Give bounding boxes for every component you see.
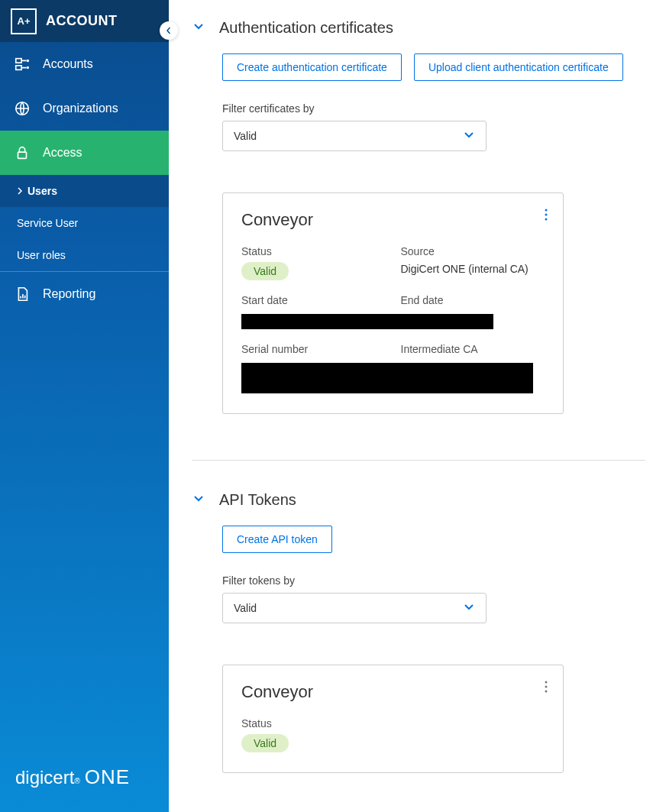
filter-tokens-select[interactable]: Valid [222,593,487,623]
auth-cert-card: Conveyor Status Valid Source DigiCert ON… [222,192,564,414]
svg-point-9 [545,681,548,684]
branding-one: ONE [85,765,130,789]
sidebar-item-organizations[interactable]: Organizations [0,86,169,131]
report-icon [14,286,31,302]
serial-cell: Serial number [241,343,386,360]
sidebar: A+ ACCOUNT Accounts Organizations Access… [0,0,169,812]
svg-rect-5 [18,152,27,158]
main-content: Authentication certificates Create authe… [169,0,653,812]
sidebar-item-label: Access [43,146,82,160]
end-date-label: End date [401,294,545,306]
create-api-token-button[interactable]: Create API token [222,526,332,553]
section-separator [192,460,645,461]
svg-point-3 [27,67,28,69]
api-token-card: Conveyor Status Valid [222,665,564,773]
upload-auth-cert-button[interactable]: Upload client authentication certificate [414,53,623,81]
redacted-serial-ca [241,363,545,393]
status-badge: Valid [241,734,289,752]
serial-label: Serial number [241,343,386,355]
filter-certs-select[interactable]: Valid [222,121,487,151]
start-date-cell: Start date [241,294,386,311]
svg-point-10 [545,686,548,688]
intermediate-label: Intermediate CA [401,343,545,355]
chevron-right-icon [17,185,23,197]
start-date-label: Start date [241,294,386,306]
status-badge: Valid [241,262,289,280]
chevron-down-icon [463,129,475,144]
status-cell: Status Valid [241,717,545,752]
section-title: Authentication certificates [219,19,393,37]
chevron-down-icon [192,20,205,37]
filter-tokens-value: Valid [234,602,257,614]
end-date-cell: End date [401,294,545,311]
sidebar-item-label: Organizations [43,102,118,115]
lock-icon [14,144,31,161]
token-section-body: Create API token Filter tokens by Valid … [192,526,645,773]
section-toggle-api-tokens[interactable]: API Tokens [192,491,645,509]
svg-point-6 [545,209,548,212]
sidebar-subitem-label: Service User [17,217,78,229]
filter-certs-value: Valid [234,130,257,142]
sidebar-item-label: Reporting [43,287,95,301]
sidebar-header: A+ ACCOUNT [0,0,169,42]
source-label: Source [401,245,545,257]
create-auth-cert-button[interactable]: Create authentication certificate [222,53,402,81]
sidebar-subitem-service-user[interactable]: Service User [0,207,169,239]
status-cell: Status Valid [241,245,386,280]
status-label: Status [241,245,386,257]
section-toggle-auth-certs[interactable]: Authentication certificates [192,19,645,37]
branding-dc: digicert [15,767,74,788]
status-label: Status [241,717,545,730]
sidebar-item-access[interactable]: Access [0,131,169,175]
card-menu-button[interactable] [545,209,548,224]
kebab-icon [545,209,548,221]
chevron-down-icon [192,492,205,509]
auth-section-body: Create authentication certificate Upload… [192,53,645,414]
kebab-icon [545,681,548,693]
auth-button-row: Create authentication certificate Upload… [222,53,645,81]
sidebar-item-label: Accounts [43,57,93,71]
svg-point-2 [27,60,28,62]
sidebar-item-accounts[interactable]: Accounts [0,42,169,86]
redacted-value [241,363,533,393]
card-menu-button[interactable] [545,681,548,696]
chevron-down-icon [463,601,475,616]
app-logo: A+ [11,8,37,34]
source-value: DigiCert ONE (internal CA) [401,262,545,277]
card-title: Conveyor [241,210,545,230]
registered-icon: ® [74,777,79,785]
svg-rect-1 [16,66,21,70]
sidebar-item-reporting[interactable]: Reporting [0,272,169,316]
sidebar-subitem-user-roles[interactable]: User roles [0,239,169,271]
redacted-dates [241,314,545,329]
branding-logo: digicert® ONE [0,750,169,812]
svg-rect-0 [16,59,21,63]
app-title: ACCOUNT [46,13,118,29]
section-title: API Tokens [219,491,296,509]
sidebar-subitem-label: Users [27,185,57,197]
filter-certs-label: Filter certificates by [222,102,645,115]
sidebar-subitem-label: User roles [17,249,66,261]
globe-icon [14,100,31,117]
source-cell: Source DigiCert ONE (internal CA) [401,245,545,280]
card-title: Conveyor [241,682,545,702]
redacted-value [241,314,493,329]
sidebar-subitem-users[interactable]: Users [0,175,169,207]
token-button-row: Create API token [222,526,645,553]
filter-tokens-label: Filter tokens by [222,574,645,587]
accounts-icon [14,56,31,73]
svg-point-8 [545,218,548,221]
svg-point-11 [545,691,548,693]
intermediate-cell: Intermediate CA [401,343,545,360]
chevron-left-icon [165,27,173,34]
collapse-sidebar-button[interactable] [160,21,178,40]
card-grid: Status Valid Source DigiCert ONE (intern… [241,245,545,393]
svg-point-7 [545,214,548,216]
